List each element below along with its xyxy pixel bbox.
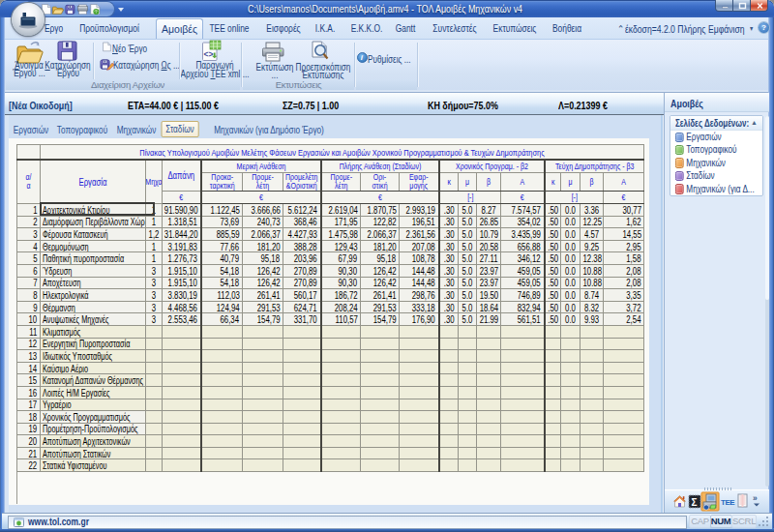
svg-text:Σ: Σ [692,496,698,507]
svg-text:<>: <> [204,49,214,59]
svg-text:»: » [753,493,758,503]
svg-text:TEE: TEE [721,498,735,507]
